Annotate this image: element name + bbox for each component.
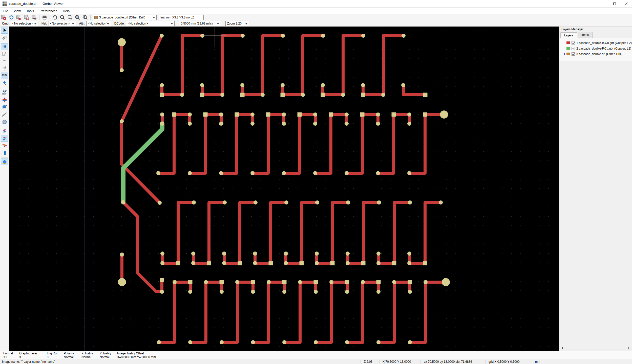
active-layer-select[interactable]: 3 cascade_double.drl (Other, Drill) bbox=[93, 15, 157, 20]
info-label: Y Justify bbox=[100, 352, 111, 355]
tab-layers[interactable]: Layers bbox=[560, 32, 577, 38]
zoom-out-button[interactable] bbox=[66, 14, 74, 20]
layer-label[interactable]: 1 cascade_double-B.Cu.gbr (Copper, L2) bbox=[576, 41, 632, 45]
units-mils-button[interactable]: mil↔ bbox=[1, 65, 8, 72]
menu-preferences[interactable]: Preferences bbox=[37, 8, 60, 14]
select-tool-icon bbox=[2, 28, 7, 33]
diff-mode-button[interactable] bbox=[1, 127, 8, 134]
maximize-icon bbox=[613, 3, 616, 5]
units-mm-icon: mm↔ bbox=[2, 74, 7, 78]
print-button[interactable] bbox=[41, 14, 48, 20]
open-drill-file-button[interactable] bbox=[23, 14, 30, 20]
measure-extract-icon bbox=[2, 150, 7, 155]
layer-color-swatch[interactable] bbox=[566, 47, 570, 50]
chevron-down-icon bbox=[245, 23, 247, 25]
attr-label: Attr: bbox=[79, 22, 85, 25]
gerber-canvas[interactable] bbox=[9, 27, 559, 351]
refresh-view-icon bbox=[52, 15, 58, 20]
chevron-down-icon bbox=[153, 17, 155, 18]
grid-toggle-button[interactable] bbox=[1, 43, 8, 50]
dcode-numbers-button[interactable] bbox=[1, 118, 8, 125]
info-value: 3 bbox=[19, 355, 37, 359]
zoom-selection-button[interactable] bbox=[81, 14, 89, 20]
measure-tool-icon bbox=[2, 35, 7, 40]
layers-manager-toggle-button[interactable] bbox=[1, 158, 8, 165]
toolbar-separator bbox=[50, 15, 50, 20]
net-label: Net: bbox=[41, 22, 47, 25]
select-tool-button[interactable] bbox=[1, 27, 8, 34]
menu-tools[interactable]: Tools bbox=[24, 8, 37, 14]
layer-row[interactable]: 3 cascade_double.drl (Other, Drill) bbox=[563, 52, 632, 56]
info-value: X1 bbox=[3, 355, 13, 359]
zoom-in-icon bbox=[60, 15, 65, 20]
open-zip-archive-button[interactable] bbox=[30, 14, 38, 20]
toolbar-separator bbox=[2, 88, 8, 88]
sketch-polygons-button[interactable] bbox=[1, 104, 8, 110]
tab-items[interactable]: Items bbox=[578, 32, 593, 38]
normal-mode-button[interactable] bbox=[1, 135, 8, 142]
layer-color-swatch[interactable] bbox=[566, 41, 570, 44]
sketch-polygons-icon bbox=[2, 105, 7, 110]
layer-visibility-checkbox[interactable] bbox=[572, 52, 575, 56]
left-toolbar: in↔ mil↔ mm↔ bbox=[0, 27, 9, 351]
maximize-button[interactable] bbox=[609, 0, 620, 8]
measure-tool-button[interactable] bbox=[1, 34, 8, 41]
layer-row[interactable]: 1 cascade_double-B.Cu.gbr (Copper, L2) bbox=[563, 40, 632, 45]
measure-extract-button[interactable] bbox=[1, 149, 8, 156]
sketch-flashed-items-icon bbox=[2, 90, 7, 95]
dcode-select[interactable]: <No selection> bbox=[126, 21, 175, 26]
info-label: Graphic layer bbox=[19, 352, 37, 355]
menu-file[interactable]: File bbox=[0, 8, 11, 14]
toolbar-separator bbox=[39, 15, 39, 20]
status-bar: Image name: "" Layer name: "no name" Z 2… bbox=[0, 359, 632, 364]
scroll-left-icon[interactable] bbox=[561, 347, 563, 349]
layers-panel-hscrollbar[interactable] bbox=[560, 346, 631, 350]
layer-row[interactable]: 2 cascade_double-F.Cu.gbr (Copper, L1) bbox=[563, 46, 632, 51]
clear-all-layers-button[interactable] bbox=[0, 14, 8, 20]
units-mm-button[interactable]: mm↔ bbox=[1, 73, 8, 79]
cmp-label: Cmp: bbox=[2, 22, 9, 25]
close-button[interactable] bbox=[620, 0, 632, 8]
info-value: Normal bbox=[100, 355, 111, 359]
layer-color-swatch[interactable] bbox=[566, 53, 570, 55]
layers-manager-title: Layers Manager bbox=[559, 27, 632, 32]
open-gerber-file-button[interactable] bbox=[15, 14, 23, 20]
reload-all-layers-button[interactable] bbox=[8, 14, 15, 20]
chevron-down-icon bbox=[171, 23, 173, 25]
sketch-lines-button[interactable] bbox=[1, 111, 8, 118]
negative-objects-button[interactable] bbox=[1, 96, 8, 103]
units-inches-button[interactable]: in↔ bbox=[1, 58, 8, 65]
info-label: Format bbox=[3, 352, 13, 355]
zoom-fit-button[interactable] bbox=[74, 14, 81, 20]
scroll-right-icon[interactable] bbox=[628, 347, 630, 349]
cursor-shape-icon bbox=[2, 81, 7, 86]
layer-visibility-checkbox[interactable] bbox=[572, 47, 575, 50]
refresh-view-button[interactable] bbox=[51, 14, 59, 20]
zoom-out-icon bbox=[67, 15, 73, 20]
toolbar-separator bbox=[2, 157, 8, 157]
close-icon bbox=[625, 2, 628, 5]
highlight-nets-button[interactable] bbox=[1, 142, 8, 149]
sketch-flashed-items-button[interactable] bbox=[1, 89, 8, 96]
layer-visibility-checkbox[interactable] bbox=[572, 41, 575, 44]
polar-coords-button[interactable] bbox=[1, 51, 8, 57]
cmp-select[interactable]: <No selection> bbox=[11, 21, 38, 26]
current-layer-arrow-icon bbox=[563, 53, 566, 55]
menu-help[interactable]: Help bbox=[60, 8, 72, 14]
minimize-button[interactable] bbox=[597, 0, 609, 8]
open-zip-archive-icon bbox=[31, 15, 37, 20]
menu-view[interactable]: View bbox=[11, 8, 24, 14]
cursor-shape-button[interactable] bbox=[1, 80, 8, 87]
normal-mode-icon bbox=[2, 136, 7, 141]
layer-label[interactable]: 2 cascade_double-F.Cu.gbr (Copper, L1) bbox=[576, 47, 631, 50]
net-select[interactable]: <No selection> bbox=[49, 21, 76, 26]
zoom-in-button[interactable] bbox=[59, 14, 66, 20]
zoom-select[interactable]: Zoom 2.20 bbox=[225, 21, 249, 26]
layer-label[interactable]: 3 cascade_double.drl (Other, Drill) bbox=[576, 52, 622, 56]
pcb-drawing bbox=[9, 27, 559, 351]
zoom-fit-icon bbox=[75, 15, 80, 20]
grid-select[interactable]: 0.5000 mm (19.69 mils) bbox=[179, 21, 221, 26]
attr-select[interactable]: <No selection> bbox=[86, 21, 111, 26]
active-layer-value: 3 cascade_double.drl (Other, Drill) bbox=[99, 16, 145, 19]
status-image-name: Image name: "" Layer name: "no name" bbox=[2, 360, 55, 363]
